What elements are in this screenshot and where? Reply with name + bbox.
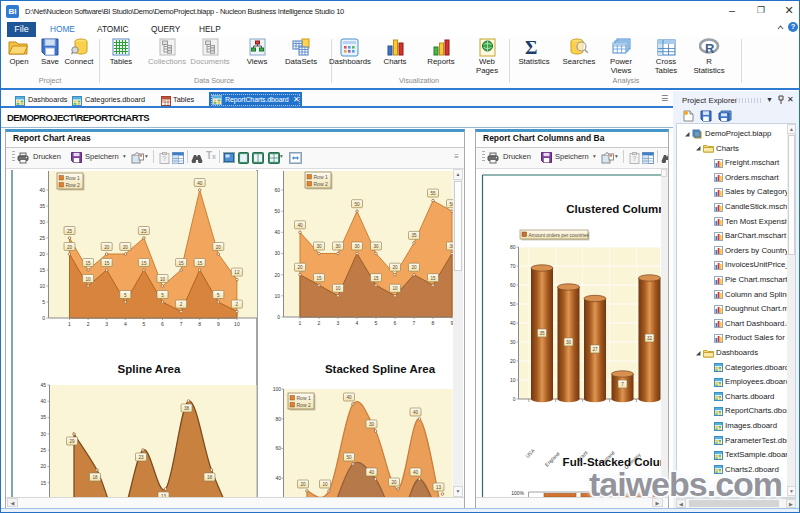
svg-text:30: 30 xyxy=(354,244,360,249)
svg-text:20: 20 xyxy=(123,245,129,250)
svg-text:32: 32 xyxy=(647,336,653,341)
svg-text:40: 40 xyxy=(39,187,45,193)
svg-text:2: 2 xyxy=(318,320,321,326)
svg-text:50: 50 xyxy=(354,202,360,207)
svg-text:Row 1: Row 1 xyxy=(314,174,328,180)
svg-text:20: 20 xyxy=(510,358,516,364)
svg-text:30: 30 xyxy=(316,244,322,249)
svg-text:80: 80 xyxy=(510,244,516,250)
svg-text:2: 2 xyxy=(236,302,239,307)
svg-text:10: 10 xyxy=(392,286,398,291)
svg-text:England: England xyxy=(543,450,560,467)
svg-text:20: 20 xyxy=(274,272,280,278)
svg-text:0: 0 xyxy=(42,315,45,321)
svg-text:30: 30 xyxy=(566,340,572,345)
svg-text:15: 15 xyxy=(430,276,436,281)
svg-text:9: 9 xyxy=(217,321,220,327)
svg-text:60: 60 xyxy=(275,445,281,451)
svg-text:10: 10 xyxy=(160,277,166,282)
svg-text:7: 7 xyxy=(621,382,624,387)
svg-text:40: 40 xyxy=(297,223,303,228)
svg-text:15: 15 xyxy=(179,261,185,266)
svg-text:15: 15 xyxy=(104,261,110,266)
svg-text:23: 23 xyxy=(138,455,144,460)
svg-text:?: ? xyxy=(632,155,636,162)
svg-text:10: 10 xyxy=(39,283,45,289)
svg-text:40: 40 xyxy=(369,470,375,475)
svg-text:7: 7 xyxy=(180,321,183,327)
svg-text:29: 29 xyxy=(69,439,75,444)
svg-text:4: 4 xyxy=(356,320,359,326)
svg-text:Clustered Columns: Clustered Columns xyxy=(566,203,661,215)
svg-text:50: 50 xyxy=(510,301,516,307)
svg-text:2: 2 xyxy=(180,302,183,307)
svg-text:USA: USA xyxy=(524,447,536,459)
svg-text:8: 8 xyxy=(198,321,201,327)
svg-text:5: 5 xyxy=(42,299,45,305)
svg-text:30: 30 xyxy=(373,244,379,249)
svg-text:60: 60 xyxy=(274,187,280,193)
svg-text:70: 70 xyxy=(510,263,516,269)
svg-text:25: 25 xyxy=(40,447,46,453)
svg-text:15: 15 xyxy=(40,480,46,486)
svg-text:20: 20 xyxy=(67,245,73,250)
svg-text:Stacked Spline Area: Stacked Spline Area xyxy=(325,363,436,375)
svg-text:Row 2: Row 2 xyxy=(297,402,311,408)
svg-text:13: 13 xyxy=(436,485,442,490)
svg-text:80: 80 xyxy=(275,416,281,422)
svg-text:20: 20 xyxy=(104,245,110,250)
svg-text:40: 40 xyxy=(413,410,419,415)
svg-text:100: 100 xyxy=(273,386,282,392)
svg-text:35: 35 xyxy=(411,233,417,238)
svg-text:?: ? xyxy=(162,155,166,162)
svg-text:10: 10 xyxy=(322,482,328,487)
svg-text:10: 10 xyxy=(86,277,92,282)
svg-text:5: 5 xyxy=(143,321,146,327)
svg-text:35: 35 xyxy=(40,414,46,420)
svg-text:7: 7 xyxy=(413,320,416,326)
svg-text:30: 30 xyxy=(369,422,375,427)
svg-text:25: 25 xyxy=(67,229,73,234)
svg-text:60: 60 xyxy=(510,282,516,288)
svg-text:20: 20 xyxy=(300,482,306,487)
svg-text:10: 10 xyxy=(234,321,240,327)
svg-text:15: 15 xyxy=(316,276,322,281)
svg-text:20: 20 xyxy=(297,265,303,270)
svg-text:20: 20 xyxy=(411,265,417,270)
svg-text:Row 1: Row 1 xyxy=(66,175,80,181)
svg-text:55: 55 xyxy=(430,191,436,196)
svg-text:15: 15 xyxy=(373,276,379,281)
svg-text:40: 40 xyxy=(274,229,280,235)
svg-text:40: 40 xyxy=(275,475,281,481)
svg-text:Row 2: Row 2 xyxy=(314,181,328,187)
svg-text:5: 5 xyxy=(375,320,378,326)
svg-text:50: 50 xyxy=(274,208,280,214)
svg-text:18: 18 xyxy=(92,475,98,480)
svg-text:15: 15 xyxy=(197,261,203,266)
svg-text:10: 10 xyxy=(335,286,341,291)
svg-text:27: 27 xyxy=(592,347,598,352)
svg-text:38: 38 xyxy=(184,406,190,411)
svg-text:40: 40 xyxy=(346,395,352,400)
svg-text:15: 15 xyxy=(86,261,92,266)
svg-text:40: 40 xyxy=(40,398,46,404)
svg-text:10: 10 xyxy=(274,293,280,299)
svg-text:2: 2 xyxy=(87,321,90,327)
svg-text:3: 3 xyxy=(337,320,340,326)
svg-text:18: 18 xyxy=(207,475,213,480)
svg-text:Row 1: Row 1 xyxy=(297,395,311,401)
svg-text:1: 1 xyxy=(68,321,71,327)
svg-text:12: 12 xyxy=(234,270,240,275)
svg-text:50: 50 xyxy=(346,455,352,460)
svg-text:8: 8 xyxy=(432,320,435,326)
svg-text:Amount orders per countries: Amount orders per countries xyxy=(529,233,590,238)
svg-text:30: 30 xyxy=(510,339,516,345)
svg-text:30: 30 xyxy=(40,431,46,437)
svg-text:35: 35 xyxy=(39,203,45,209)
svg-text:45: 45 xyxy=(40,382,46,388)
svg-text:0: 0 xyxy=(277,314,280,320)
svg-text:3: 3 xyxy=(105,321,108,327)
svg-text:Spline Area: Spline Area xyxy=(118,363,181,375)
svg-text:40: 40 xyxy=(197,181,203,186)
svg-text:Row 2: Row 2 xyxy=(66,182,80,188)
